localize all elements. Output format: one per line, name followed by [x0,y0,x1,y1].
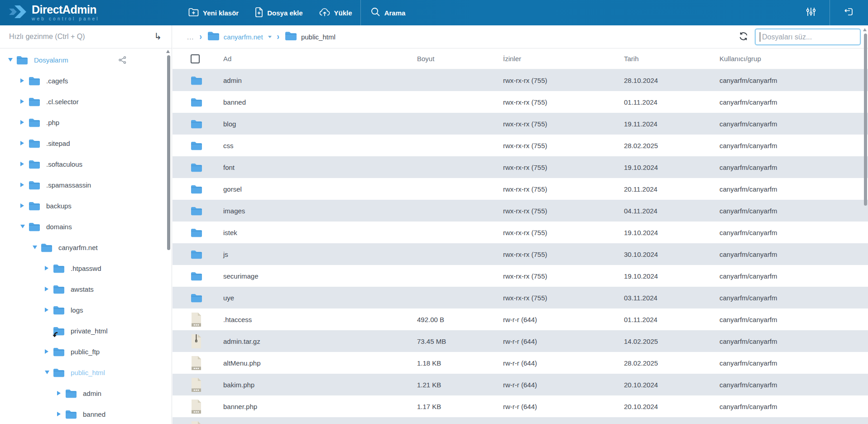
file-permissions: rw-r-r (644) [503,381,624,389]
settings-sliders-button[interactable] [792,0,830,25]
caret-right-icon[interactable] [57,391,63,395]
tree-item-canyarfm.net[interactable]: canyarfm.net [0,237,172,258]
tree-item-admin[interactable]: admin [0,383,172,404]
tree-item-.php[interactable]: .php [0,112,172,133]
breadcrumb-item-canyarfm.net[interactable]: canyarfm.net [207,31,272,43]
table-row-altMenu.php[interactable]: altMenu.php1.18 KBrw-r-r (644)28.02.2025… [173,352,868,374]
caret-right-icon[interactable] [20,203,27,208]
table-row-font[interactable]: fontrwx-rx-rx (755)19.10.2024canyarfm/ca… [173,156,868,178]
table-row-images[interactable]: imagesrwx-rx-rx (755)04.11.2024canyarfm/… [173,200,868,222]
share-nodes-icon[interactable] [119,56,126,64]
select-all-checkbox[interactable] [191,54,200,63]
tree-item-backups[interactable]: backups [0,195,172,216]
file-owner: canyarfm/canyarfm [719,381,868,389]
table-row-gorsel[interactable]: gorselrwx-rx-rx (755)20.11.2024canyarfm/… [173,178,868,200]
file-owner: canyarfm/canyarfm [719,98,868,106]
column-header-size[interactable]: Boyut [417,55,503,63]
caret-right-icon[interactable] [20,141,27,145]
caret-right-icon[interactable] [45,308,51,312]
table-row-istek[interactable]: istekrwx-rx-rx (755)19.10.2024canyarfm/c… [173,222,868,243]
archive-file-icon [191,333,202,349]
logout-button[interactable] [830,0,868,25]
file-permissions: rw-r-r (644) [503,337,624,345]
breadcrumb-item-public_html[interactable]: public_html [285,31,336,43]
table-row-admin[interactable]: adminrwx-rx-rx (755)28.10.2024canyarfm/c… [173,69,868,91]
folder-icon [191,116,202,131]
table-row-banned[interactable]: bannedrwx-rx-rx (755)01.11.2024canyarfm/… [173,91,868,113]
tree-item-.cl.selector[interactable]: .cl.selector [0,91,172,112]
add-file-button[interactable]: Dosya ekle [247,0,311,25]
caret-right-icon[interactable] [45,266,51,270]
table-row-securimage[interactable]: securimagerwx-rx-rx (755)19.10.2024canya… [173,265,868,287]
caret-right-icon[interactable] [45,349,51,354]
chevron-down-icon[interactable] [268,36,272,38]
table-row-blog[interactable]: blogrwx-rx-rx (755)19.11.2024canyarfm/ca… [173,113,868,135]
caret-right-icon[interactable] [20,183,27,187]
table-row-.htaccess[interactable]: .htaccess492.00 Brw-r-r (644)01.11.2024c… [173,308,868,330]
caret-right-icon[interactable] [20,120,27,125]
tree-item-Dosyalarım[interactable]: Dosyalarım [0,49,172,70]
file-name: banner.php [223,403,417,410]
table-row-admin.tar.gz[interactable]: admin.tar.gz73.45 MBrw-r-r (644)14.02.20… [173,330,868,352]
caret-down-icon[interactable] [20,225,27,228]
folder-icon [29,118,40,127]
file-owner: canyarfm/canyarfm [719,207,868,215]
caret-down-icon[interactable] [33,246,39,249]
table-row-js[interactable]: jsrwx-rx-rx (755)30.10.2024canyarfm/cany… [173,243,868,265]
folder-icon [191,290,202,305]
tree-item-.htpasswd[interactable]: .htpasswd [0,258,172,279]
tree-item-domains[interactable]: domains [0,216,172,237]
filter-files-input[interactable] [755,29,861,45]
tree-item-.cagefs[interactable]: .cagefs [0,70,172,91]
upload-button[interactable]: Yükle [311,0,360,25]
column-header-permissions[interactable]: İzinler [503,55,624,63]
breadcrumb-ellipsis[interactable]: ... [187,33,194,41]
table-row-css[interactable]: cssrwx-rx-rx (755)28.02.2025canyarfm/can… [173,135,868,156]
tree-item-.sitepad[interactable]: .sitepad [0,133,172,154]
column-header-date[interactable]: Tarih [624,55,719,63]
tree-item-public_html[interactable]: public_html [0,362,172,383]
tree-item-.spamassassin[interactable]: .spamassassin [0,174,172,195]
column-header-name[interactable]: Ad [223,55,417,63]
caret-down-icon[interactable] [8,58,14,62]
refresh-button[interactable] [739,31,748,43]
path-toolbar: ...›canyarfm.net›public_html [173,25,868,48]
directadmin-file-manager: DirectAdmin web control panel Yeni klasö… [0,0,868,424]
file-owner: canyarfm/canyarfm [719,120,868,128]
tree-item-label: .cl.selector [46,98,79,106]
file-name: istek [223,229,417,236]
caret-right-icon[interactable] [20,162,27,166]
sidebar-scrollbar[interactable] [167,55,170,250]
column-header-owner[interactable]: Kullanıcı/grup [719,55,868,63]
caret-right-icon[interactable] [45,287,51,291]
tree-item-banned[interactable]: banned [0,404,172,424]
file-name: uye [223,294,417,302]
main-scrollbar[interactable] [864,34,867,206]
search-button[interactable]: Arama [361,0,414,25]
tree-item-private_html[interactable]: private_html [0,320,172,341]
sidebar-scrollbar-up-arrow[interactable] [166,50,170,53]
folder-icon [285,31,297,43]
table-row-banner.php[interactable]: banner.php1.17 KBrw-r-r (644)20.10.2024c… [173,395,868,417]
tree-item-public_ftp[interactable]: public_ftp [0,341,172,362]
table-row-uye[interactable]: uyerwx-rx-rx (755)03.11.2024canyarfm/can… [173,287,868,308]
caret-right-icon[interactable] [57,412,63,416]
tree-item-logs[interactable]: logs [0,299,172,320]
file-name: gorsel [223,185,417,193]
file-owner: canyarfm/canyarfm [719,272,868,280]
quick-navigation-input[interactable] [9,33,145,41]
file-size: 1.18 KB [417,359,503,367]
directadmin-logo[interactable]: DirectAdmin web control panel [0,3,164,22]
new-folder-button[interactable]: Yeni klasör [180,0,247,25]
tree-item-.softaculous[interactable]: .softaculous [0,154,172,174]
table-row-partial[interactable] [173,417,868,424]
tree-item-label: awstats [71,285,94,293]
tree-item-label: public_ftp [71,348,100,356]
tree-item-awstats[interactable]: awstats [0,279,172,299]
file-permissions: rwx-rx-rx (755) [503,294,624,302]
table-row-bakim.php[interactable]: bakim.php1.21 KBrw-r-r (644)20.10.2024ca… [173,374,868,395]
caret-right-icon[interactable] [20,78,27,83]
main-scrollbar-up-arrow[interactable] [863,28,867,31]
caret-down-icon[interactable] [45,371,51,374]
caret-right-icon[interactable] [20,99,27,104]
